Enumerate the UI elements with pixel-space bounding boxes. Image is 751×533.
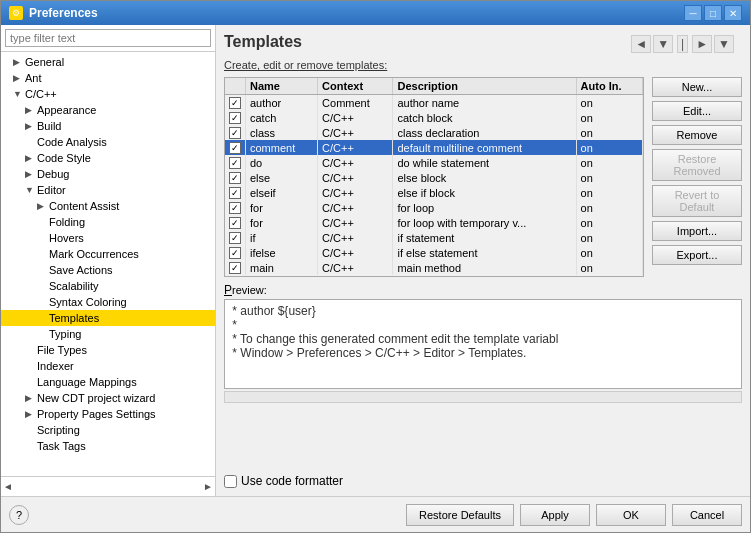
table-row[interactable]: catch C/C++ catch block on (225, 110, 643, 125)
row-checkbox[interactable] (229, 112, 241, 124)
revert-to-default-button[interactable]: Revert to Default (652, 185, 742, 217)
table-row[interactable]: ifelse C/C++ if else statement on (225, 245, 643, 260)
row-checkbox[interactable] (229, 142, 241, 154)
export-button[interactable]: Export... (652, 245, 742, 265)
table-row[interactable]: else C/C++ else block on (225, 170, 643, 185)
new-button[interactable]: New... (652, 77, 742, 97)
row-name: comment (246, 140, 318, 155)
close-button[interactable]: ✕ (724, 5, 742, 21)
sidebar-item-indexer[interactable]: Indexer (1, 358, 215, 374)
preview-content: * author ${user} * * To change this gene… (229, 304, 737, 360)
forward-arrow-dropdown[interactable]: ▼ (653, 35, 673, 53)
sidebar-item-folding[interactable]: Folding (1, 214, 215, 230)
table-row[interactable]: if C/C++ if statement on (225, 230, 643, 245)
cancel-button[interactable]: Cancel (672, 504, 742, 526)
sidebar-item-debug[interactable]: ▶Debug (1, 166, 215, 182)
content-area: ▶General ▶Ant ▼C/C++ ▶Appearance ▶Build … (1, 25, 750, 496)
row-auto: on (576, 185, 642, 200)
row-description: do while statement (393, 155, 576, 170)
sidebar-item-save-actions[interactable]: Save Actions (1, 262, 215, 278)
sidebar-item-syntax-coloring[interactable]: Syntax Coloring (1, 294, 215, 310)
sidebar-item-language-mappings[interactable]: Language Mappings (1, 374, 215, 390)
apply-button[interactable]: Apply (520, 504, 590, 526)
sidebar-item-scalability[interactable]: Scalability (1, 278, 215, 294)
preferences-window: ⚙ Preferences ─ □ ✕ ▶General ▶Ant ▼C (0, 0, 751, 533)
col-auto: Auto In. (576, 78, 642, 95)
table-row[interactable]: main C/C++ main method on (225, 260, 643, 275)
sidebar-item-appearance[interactable]: ▶Appearance (1, 102, 215, 118)
sidebar-item-general[interactable]: ▶General (1, 54, 215, 70)
row-context: C/C++ (318, 260, 393, 275)
sidebar-item-scripting[interactable]: Scripting (1, 422, 215, 438)
edit-button[interactable]: Edit... (652, 101, 742, 121)
row-context: C/C++ (318, 110, 393, 125)
back-arrow[interactable]: ◄ (631, 35, 651, 53)
row-checkbox[interactable] (229, 187, 241, 199)
code-formatter-checkbox[interactable] (224, 475, 237, 488)
help-button[interactable]: ? (9, 505, 29, 525)
sidebar-item-task-tags[interactable]: Task Tags (1, 438, 215, 454)
row-checkbox[interactable] (229, 202, 241, 214)
table-row[interactable]: for C/C++ for loop on (225, 200, 643, 215)
nav-arrows: ◄ ▼ | ► ▼ (631, 35, 734, 53)
minimize-button[interactable]: ─ (684, 5, 702, 21)
sidebar-item-property-pages[interactable]: ▶Property Pages Settings (1, 406, 215, 422)
templates-table-scroll[interactable]: Name Context Description Auto In. author… (225, 78, 643, 276)
code-formatter-row: Use code formatter (224, 474, 742, 488)
sidebar-item-hovers[interactable]: Hovers (1, 230, 215, 246)
header-row: Templates ◄ ▼ | ► ▼ (224, 33, 742, 55)
filter-input[interactable] (5, 29, 211, 47)
import-button[interactable]: Import... (652, 221, 742, 241)
templates-table-wrapper: Name Context Description Auto In. author… (224, 77, 644, 277)
nav-back-button[interactable]: ◄ (3, 481, 13, 492)
row-checkbox[interactable] (229, 262, 241, 274)
sidebar-item-build[interactable]: ▶Build (1, 118, 215, 134)
row-description: if else statement (393, 245, 576, 260)
row-checkbox[interactable] (229, 232, 241, 244)
row-checkbox[interactable] (229, 157, 241, 169)
restore-removed-button[interactable]: Restore Removed (652, 149, 742, 181)
ok-button[interactable]: OK (596, 504, 666, 526)
sidebar-item-ant[interactable]: ▶Ant (1, 70, 215, 86)
row-checkbox[interactable] (229, 127, 241, 139)
table-row[interactable]: comment C/C++ default multiline comment … (225, 140, 643, 155)
table-row[interactable]: class C/C++ class declaration on (225, 125, 643, 140)
restore-defaults-button[interactable]: Restore Defaults (406, 504, 514, 526)
row-checkbox-cell (225, 95, 246, 111)
row-checkbox-cell (225, 185, 246, 200)
sidebar-item-cpp[interactable]: ▼C/C++ (1, 86, 215, 102)
nav-separator: | (677, 35, 688, 53)
remove-button[interactable]: Remove (652, 125, 742, 145)
table-row[interactable]: for C/C++ for loop with temporary v... o… (225, 215, 643, 230)
row-checkbox[interactable] (229, 97, 241, 109)
preview-scrollbar-h[interactable] (224, 391, 742, 403)
sidebar-item-content-assist[interactable]: ▶Content Assist (1, 198, 215, 214)
sidebar-item-typing[interactable]: Typing (1, 326, 215, 342)
bottom-buttons: Restore Defaults Apply OK Cancel (406, 504, 742, 526)
table-row[interactable]: author Comment author name on (225, 95, 643, 111)
table-row[interactable]: do C/C++ do while statement on (225, 155, 643, 170)
row-checkbox[interactable] (229, 247, 241, 259)
col-context: Context (318, 78, 393, 95)
row-checkbox-cell (225, 245, 246, 260)
window-controls: ─ □ ✕ (684, 5, 742, 21)
forward-nav-dropdown[interactable]: ▼ (714, 35, 734, 53)
sidebar-item-mark-occurrences[interactable]: Mark Occurrences (1, 246, 215, 262)
sidebar-item-file-types[interactable]: File Types (1, 342, 215, 358)
row-auto: on (576, 200, 642, 215)
row-name: elseif (246, 185, 318, 200)
row-checkbox[interactable] (229, 217, 241, 229)
table-row[interactable]: elseif C/C++ else if block on (225, 185, 643, 200)
forward-nav[interactable]: ► (692, 35, 712, 53)
row-context: C/C++ (318, 185, 393, 200)
maximize-button[interactable]: □ (704, 5, 722, 21)
sidebar-item-templates[interactable]: Templates (1, 310, 215, 326)
sidebar-item-editor[interactable]: ▼Editor (1, 182, 215, 198)
row-auto: on (576, 170, 642, 185)
sidebar-item-code-style[interactable]: ▶Code Style (1, 150, 215, 166)
nav-forward-button[interactable]: ► (203, 481, 213, 492)
sidebar-item-new-cdt[interactable]: ▶New CDT project wizard (1, 390, 215, 406)
sidebar-item-code-analysis[interactable]: Code Analysis (1, 134, 215, 150)
row-checkbox[interactable] (229, 172, 241, 184)
bottom-bar: ? Restore Defaults Apply OK Cancel (1, 496, 750, 532)
